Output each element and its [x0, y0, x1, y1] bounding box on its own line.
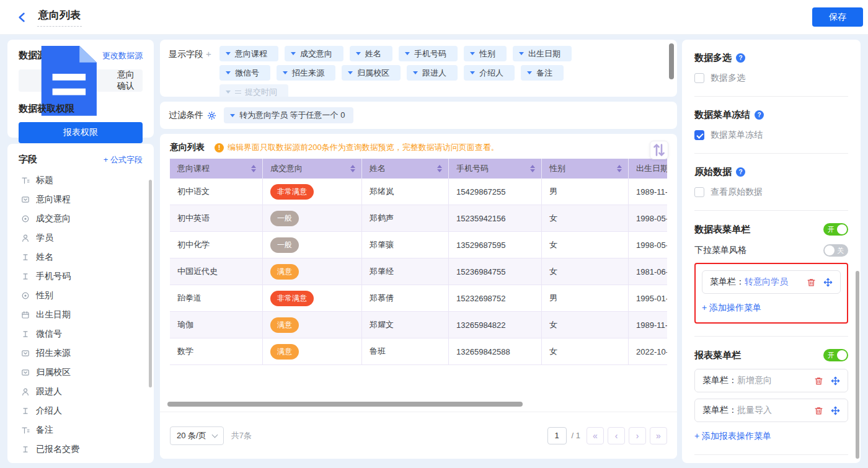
display-field-tag[interactable]: 性别: [464, 46, 507, 61]
display-field-tag[interactable]: 成交意向: [285, 46, 343, 61]
field-item-text[interactable]: 姓名: [19, 247, 143, 267]
column-sort-arrows[interactable]: [617, 165, 622, 172]
field-item-label: 备注: [36, 425, 53, 436]
add-report-menu-link[interactable]: + 添加报表操作菜单: [694, 431, 848, 442]
column-header-6[interactable]: 出生日期: [629, 159, 667, 179]
trash-icon[interactable]: [814, 376, 823, 386]
next-page-button[interactable]: ›: [629, 427, 646, 444]
horizontal-scrollbar[interactable]: [167, 402, 523, 407]
save-button[interactable]: 保存: [812, 7, 863, 27]
column-header-5[interactable]: 性别: [542, 159, 629, 179]
field-item-select[interactable]: 意向课程: [19, 190, 143, 209]
first-page-button[interactable]: «: [587, 427, 604, 444]
help-icon[interactable]: ?: [736, 53, 745, 63]
display-scrollbar[interactable]: [669, 43, 674, 79]
dropdown-style-label: 下拉菜单风格: [694, 245, 746, 256]
column-header-2[interactable]: 成交意向: [263, 159, 362, 179]
display-field-tag[interactable]: 备注: [521, 65, 564, 81]
multi-select-checkbox-row[interactable]: 数据多选: [694, 73, 848, 84]
cell: 初中英语: [170, 205, 263, 231]
field-item-title[interactable]: 备注: [19, 420, 143, 439]
select-icon: [21, 195, 30, 204]
multi-select-checkbox[interactable]: [694, 73, 704, 83]
prev-page-button[interactable]: ‹: [608, 427, 625, 444]
column-header-4[interactable]: 手机号码: [449, 159, 542, 179]
field-item-radio[interactable]: 性别: [19, 286, 143, 305]
fields-card: 字段 + 公式字段 标题意向课程成交意向学员姓名手机号码性别出生日期微信号招生来…: [7, 144, 154, 463]
trash-icon[interactable]: [814, 406, 823, 415]
page-number-input[interactable]: [547, 427, 567, 444]
move-icon[interactable]: [831, 406, 840, 415]
last-page-button[interactable]: »: [650, 427, 667, 444]
display-field-tag[interactable]: 出生日期: [513, 46, 572, 61]
column-sort-arrows[interactable]: [251, 165, 256, 172]
display-tag-disabled[interactable]: 提交时间: [219, 84, 288, 97]
field-item-label: 成交意向: [36, 213, 71, 224]
datasource-item[interactable]: 意向确认: [19, 69, 143, 92]
trash-icon[interactable]: [807, 278, 816, 287]
table-footer: 20 条/页 共7条 / 1 « ‹ › »: [160, 412, 677, 459]
cell: 瑜伽: [170, 312, 263, 338]
panel-scrollbar[interactable]: [856, 271, 859, 459]
display-field-tag[interactable]: 姓名: [350, 46, 392, 61]
field-item-radio[interactable]: 成交意向: [19, 209, 143, 228]
display-field-tag[interactable]: 招生来源: [277, 65, 335, 81]
table-sort-button[interactable]: [650, 141, 668, 159]
display-field-tag[interactable]: 跟进人: [407, 65, 458, 81]
gear-icon[interactable]: [207, 111, 216, 120]
add-display-field-button[interactable]: +: [206, 48, 211, 59]
field-item-text[interactable]: 微信号: [19, 324, 143, 343]
field-item-select[interactable]: 招生来源: [19, 343, 143, 363]
menu-freeze-checkbox[interactable]: [694, 130, 704, 140]
report-permission-button[interactable]: 报表权限: [19, 122, 143, 143]
field-item-text[interactable]: 介绍人: [19, 401, 143, 420]
display-field-tag-label: 意向课程: [235, 48, 267, 60]
menu-freeze-title: 数据菜单冻结 ?: [694, 109, 764, 121]
back-button[interactable]: [16, 11, 29, 24]
field-item-person[interactable]: 跟进人: [19, 382, 143, 401]
dropdown-style-toggle[interactable]: 关: [823, 244, 848, 257]
column-sort-arrows[interactable]: [437, 165, 442, 172]
menu-item-row[interactable]: 菜单栏：批量导入: [694, 399, 848, 422]
raw-data-checkbox[interactable]: [694, 187, 704, 197]
column-header-3[interactable]: 姓名: [362, 159, 449, 179]
field-item-select[interactable]: 归属校区: [19, 363, 143, 382]
display-field-tag[interactable]: 介绍人: [464, 65, 515, 81]
field-item-text[interactable]: 已报名交费: [19, 439, 143, 459]
column-sort-arrows[interactable]: [350, 165, 355, 172]
add-action-menu-link[interactable]: + 添加操作菜单: [702, 302, 841, 314]
field-item-calendar[interactable]: 出生日期: [19, 305, 143, 324]
rating-badge: 非常满意: [270, 184, 314, 200]
top-bar: 意向列表 保存: [0, 0, 868, 35]
table-menu-toggle[interactable]: 开: [823, 223, 848, 236]
toggle-knob: [837, 224, 847, 234]
page-size-select[interactable]: 20 条/页: [170, 426, 224, 445]
column-header-label: 手机号码: [456, 163, 489, 174]
help-icon[interactable]: ?: [755, 110, 764, 120]
column-sort-arrows[interactable]: [530, 165, 535, 172]
display-field-tag[interactable]: 意向课程: [219, 46, 278, 61]
menu-freeze-checkbox-row[interactable]: 数据菜单冻结: [694, 130, 848, 141]
raw-data-checkbox-row[interactable]: 查看原始数据: [694, 187, 848, 198]
add-formula-field-link[interactable]: + 公式字段: [104, 154, 143, 166]
menu-item-row[interactable]: 菜单栏： 转意向学员: [702, 270, 841, 294]
field-item-text[interactable]: 手机号码: [19, 267, 143, 286]
move-icon[interactable]: [823, 278, 833, 287]
report-menu-toggle[interactable]: 开: [823, 349, 848, 361]
field-item-label: 归属校区: [36, 367, 71, 378]
report-builder-screen: 意向列表 保存 数据源 更改数据源 意向确认 数据获取权限 报表权限 字段 + …: [0, 0, 868, 468]
display-field-tag[interactable]: 手机号码: [399, 46, 458, 61]
field-item-title[interactable]: 标题: [19, 170, 143, 190]
help-icon[interactable]: ?: [736, 167, 745, 177]
field-item-person[interactable]: 学员: [19, 228, 143, 247]
filter-condition-tag[interactable]: 转为意向学员 等于任意一个 0: [224, 107, 353, 123]
move-icon[interactable]: [831, 376, 840, 386]
fields-scrollbar[interactable]: [149, 180, 152, 387]
display-field-tag[interactable]: 归属校区: [342, 65, 401, 81]
raw-data-title: 原始数据 ?: [694, 166, 745, 178]
display-field-tag[interactable]: 微信号: [219, 65, 270, 81]
cell: 数学: [170, 338, 263, 364]
column-header-1[interactable]: 意向课程: [170, 159, 263, 179]
menu-item-row[interactable]: 菜单栏：新增意向: [694, 369, 848, 392]
chevron-down-icon: [226, 91, 231, 94]
